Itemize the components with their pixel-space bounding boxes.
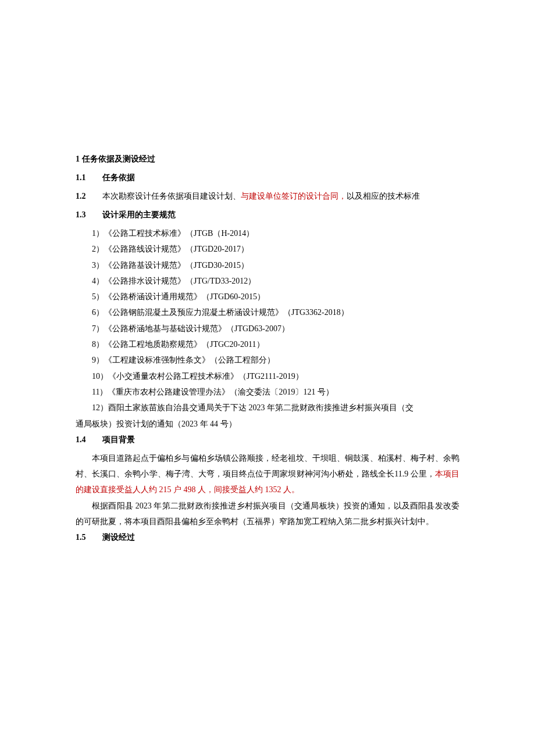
section-1-1: 1.1 任务依据 [76,170,459,186]
spec-item-12-b: 通局板块）投资计划的通知（2023 年 44 号） [76,416,459,432]
section-1-2-text-b: 以及相应的技术标准 [347,192,420,200]
section-1-4-label: 项目背景 [102,435,135,444]
section-1-2-text-a: 本次勘察设计任务依据项目建设计划、 [102,192,241,200]
bg-para-1: 本项目道路起点于偏柏乡与偏柏乡场镇公路顺接，经老祖坟、干坝咀、铜鼓溪、柏溪村、梅… [76,450,459,498]
spec-item-11: 11）《重庆市农村公路建设管理办法》（渝交委法〔2019〕121 号） [76,384,459,400]
section-1-2-num: 1.2 [76,188,100,205]
spec-item-9: 9）《工程建设标准强制性条文》（公路工程部分） [76,352,459,368]
section-1-5-num: 1.5 [76,529,100,546]
spec-item-4: 4）《公路排水设计规范》（JTG/TD33-2012） [76,273,459,289]
section-1-4-num: 1.4 [76,432,100,448]
spec-item-6: 6）《公路钢筋混凝土及预应力混凝土桥涵设计规范》（JTG3362-2018） [76,304,459,320]
section-1-5: 1.5 测设经过 [76,529,459,546]
section-1-3-label: 设计采用的主要规范 [102,210,176,219]
section-1-3: 1.3 设计采用的主要规范 [76,207,459,223]
spec-item-5: 5）《公路桥涵设计通用规范》（JTGD60-2015） [76,289,459,304]
spec-item-7: 7）《公路桥涵地基与基础设计规范》（JTGD63-2007） [76,321,459,336]
section-1-5-label: 测设经过 [102,533,135,542]
section-1-1-num: 1.1 [76,170,100,186]
bg-para-2: 根据酉阳县 2023 年第二批财政衔接推进乡村振兴项目（交通局板块）投资的通知，… [76,498,459,530]
section-1-2: 1.2 本次勘察设计任务依据项目建设计划、与建设单位签订的设计合同，以及相应的技… [76,188,459,205]
bg-para-1-a: 本项目道路起点于偏柏乡与偏柏乡场镇公路顺接，经老祖坟、干坝咀、铜鼓溪、柏溪村、梅… [76,454,459,478]
section-1-3-num: 1.3 [76,207,100,223]
section-1-1-label: 任务依据 [102,173,135,182]
section-1-2-text-red: 与建设单位签订的设计合同， [241,192,347,200]
spec-item-2: 2）《公路路线设计规范》（JTGD20-2017） [76,241,459,257]
spec-item-1: 1）《公路工程技术标准》（JTGB（H-2014） [76,225,459,241]
section-1-4: 1.4 项目背景 [76,432,459,448]
spec-item-3: 3）《公路路基设计规范》（JTGD30-2015） [76,257,459,273]
section-1-title: 1 任务依据及测设经过 [76,151,459,167]
spec-item-10: 10）《小交通量农村公路工程技术标准》（JTG2111-2019） [76,368,459,384]
spec-item-8: 8）《公路工程地质勘察规范》（JTGC20-2011） [76,336,459,352]
spec-item-12-a: 12）酉阳土家族苗族自治县交通局关于下达 2023 年第二批财政衔接推进乡村振兴… [76,400,459,415]
